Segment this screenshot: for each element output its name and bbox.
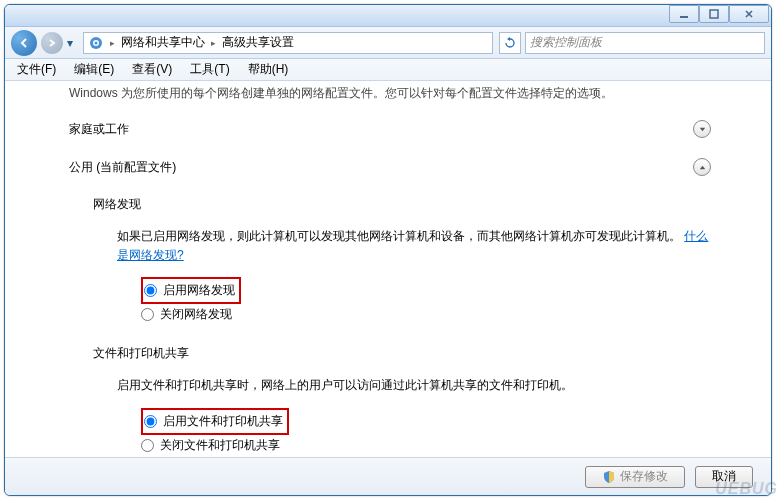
network-discovery-description: 如果已启用网络发现，则此计算机可以发现其他网络计算机和设备，而其他网络计算机亦可… [117,227,711,265]
back-button[interactable] [11,30,37,56]
title-bar [5,5,771,27]
svg-rect-0 [680,16,688,18]
refresh-button[interactable] [499,32,521,54]
radio-disable-file-printer-sharing[interactable] [141,439,154,452]
radio-label: 关闭文件和打印机共享 [160,437,280,454]
menu-file[interactable]: 文件(F) [9,59,64,80]
svg-point-4 [95,41,98,44]
shield-icon [602,470,616,484]
cancel-button[interactable]: 取消 [695,466,753,488]
cancel-button-label: 取消 [712,468,736,485]
profile-home-label: 家庭或工作 [69,121,129,138]
highlight-box: 启用网络发现 [141,277,241,304]
highlight-box: 启用文件和打印机共享 [141,408,289,435]
maximize-button[interactable] [699,5,729,23]
content-area: Windows 为您所使用的每个网络创建单独的网络配置文件。您可以针对每个配置文… [5,83,771,457]
expand-button[interactable] [693,120,711,138]
page-description: Windows 为您所使用的每个网络创建单独的网络配置文件。您可以针对每个配置文… [69,85,711,102]
breadcrumb-item[interactable]: 高级共享设置 [222,34,294,51]
profile-public-label: 公用 (当前配置文件) [69,159,176,176]
radio-disable-network-discovery[interactable] [141,308,154,321]
save-changes-button[interactable]: 保存修改 [585,466,685,488]
breadcrumb-separator-icon: ▸ [211,38,216,48]
section-title-network-discovery: 网络发现 [93,196,711,213]
menu-tools[interactable]: 工具(T) [182,59,237,80]
address-bar[interactable]: ▸ 网络和共享中心 ▸ 高级共享设置 [83,32,493,54]
breadcrumb-item[interactable]: 网络和共享中心 [121,34,205,51]
save-button-label: 保存修改 [620,468,668,485]
radio-enable-file-printer-sharing[interactable] [144,415,157,428]
collapse-button[interactable] [693,158,711,176]
breadcrumb-separator-icon: ▸ [110,38,115,48]
footer-bar: 保存修改 取消 [5,457,771,495]
svg-rect-1 [710,10,718,18]
radio-label: 启用文件和打印机共享 [163,413,283,430]
menu-view[interactable]: 查看(V) [124,59,180,80]
file-printer-description: 启用文件和打印机共享时，网络上的用户可以访问通过此计算机共享的文件和打印机。 [117,376,711,395]
radio-label: 关闭网络发现 [160,306,232,323]
network-icon [88,35,104,51]
radio-label: 启用网络发现 [163,282,235,299]
radio-enable-network-discovery[interactable] [144,284,157,297]
menu-bar: 文件(F) 编辑(E) 查看(V) 工具(T) 帮助(H) [5,59,771,81]
close-button[interactable] [729,5,769,23]
section-title-file-printer-sharing: 文件和打印机共享 [93,345,711,362]
nav-bar: ▾ ▸ 网络和共享中心 ▸ 高级共享设置 搜索控制面板 [5,27,771,59]
search-input[interactable]: 搜索控制面板 [525,32,765,54]
minimize-button[interactable] [669,5,699,23]
menu-help[interactable]: 帮助(H) [240,59,297,80]
search-placeholder: 搜索控制面板 [530,34,602,51]
menu-edit[interactable]: 编辑(E) [66,59,122,80]
history-dropdown-icon[interactable]: ▾ [67,36,79,50]
forward-button[interactable] [41,32,63,54]
